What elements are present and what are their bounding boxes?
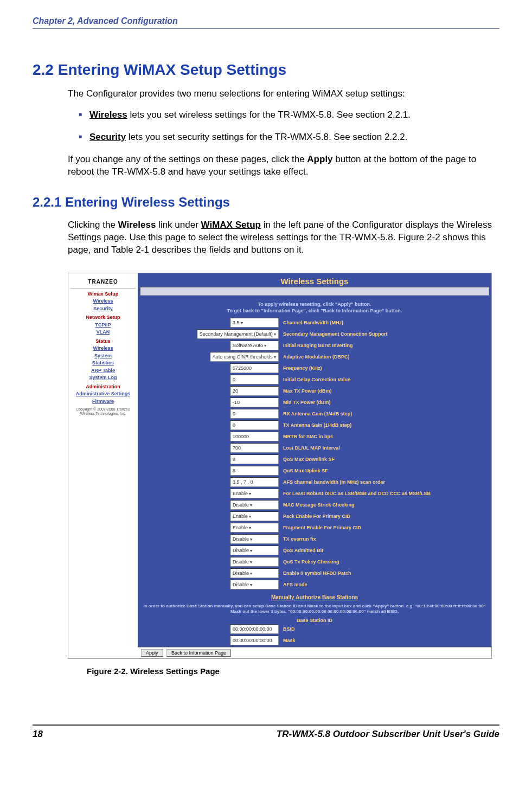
dropdown-field[interactable]: Disable <box>230 500 279 510</box>
back-to-info-button[interactable]: Back to Information Page <box>166 649 231 657</box>
footer-guide-title: TR-WMX-5.8 Outdoor Subscriber Unit User'… <box>277 729 499 740</box>
settings-row: Software AutoInitial Ranging Burst Inver… <box>143 341 486 350</box>
settings-row: DisableMAC Message Strick Checking <box>143 500 486 510</box>
dropdown-field[interactable]: Disable <box>230 534 279 544</box>
bullet-security: Security lets you set security settings … <box>79 131 499 144</box>
dropdown-field[interactable]: Enable <box>230 489 279 498</box>
settings-row: 0TX Antenna Gain (1/4dB step) <box>143 420 486 430</box>
base-station-id-heading: Base Station ID <box>138 617 491 624</box>
auth-note: In order to authorize Base Station manua… <box>138 601 491 617</box>
settings-row: 8QoS Max Uplink SF <box>143 466 486 476</box>
p221-mid1: link under <box>156 220 201 230</box>
text-field[interactable]: 0 <box>230 420 279 430</box>
dropdown-field[interactable]: Disable <box>230 568 279 578</box>
dropdown-field[interactable]: Enable <box>230 523 279 533</box>
sidebar-link[interactable]: Statistics <box>70 360 136 367</box>
settings-label: MRTR for SMC in bps <box>283 434 486 439</box>
settings-label: TX Antenna Gain (1/4dB step) <box>283 422 486 428</box>
settings-label: Lost DL/UL MAP Interval <box>283 445 486 451</box>
text-field[interactable]: 0 <box>230 409 279 419</box>
section-2-2-intro: The Configurator provides two menu selec… <box>68 88 499 100</box>
note-line2: To get back to "Information Page", click… <box>227 308 402 313</box>
screenshot-apply-note: To apply wireless resetting, click "Appl… <box>138 298 491 318</box>
para2-bold: Apply <box>307 154 332 164</box>
sidebar-link[interactable]: TCP/IP <box>70 322 136 329</box>
bullet-security-text: lets you set security settings for the T… <box>126 132 407 142</box>
sidebar-link[interactable]: Security <box>70 305 136 313</box>
screenshot-main: Wireless Settings To apply wireless rese… <box>138 273 491 659</box>
settings-row: 3.5Channel Bandwidth (MHz) <box>143 318 486 328</box>
dropdown-field[interactable]: Secondary Management (Default) <box>197 329 279 339</box>
settings-label: MAC Message Strick Checking <box>283 502 486 508</box>
settings-label: Adaptive Modulation (DBPC) <box>283 354 486 360</box>
bullet-wireless: Wireless lets you set wireless settings … <box>79 109 499 121</box>
running-header: Chapter 2, Advanced Configuration <box>33 16 499 29</box>
dropdown-field[interactable]: 3.5 <box>230 318 279 328</box>
text-field[interactable]: 700 <box>230 443 279 453</box>
settings-row: 700Lost DL/UL MAP Interval <box>143 443 486 453</box>
bullet-wireless-text: lets you set wireless settings for the T… <box>127 110 411 120</box>
bullet-list: Wireless lets you set wireless settings … <box>79 109 499 144</box>
screenshot-toolbar <box>140 287 489 296</box>
bsid-row: 00:00:00:00:00:00BSID <box>143 624 486 634</box>
bsid-field[interactable]: 00:00:00:00:00:00 <box>230 624 279 634</box>
section-2-2-1-heading: 2.2.1 Entering Wireless Settings <box>33 195 499 210</box>
bsid-label: BSID <box>283 626 486 632</box>
sidebar-link[interactable]: Administrative Settings <box>70 390 136 398</box>
settings-label: Max TX Power (dBm) <box>283 388 486 394</box>
settings-label: TX overrun fix <box>283 536 486 542</box>
settings-row: DisableEnable 0 symbol HFDD Patch <box>143 568 486 578</box>
text-field[interactable]: 0 <box>230 375 279 384</box>
bsid-label: Mask <box>283 638 486 643</box>
figure-2-2-caption: Figure 2-2. Wireless Settings Page <box>87 666 499 676</box>
auth-base-stations-heading: Manually Authorize Base Stations <box>138 591 491 601</box>
page-number: 18 <box>33 729 43 740</box>
settings-label: AFS mode <box>283 582 486 587</box>
screenshot-page-title: Wireless Settings <box>138 273 491 287</box>
sidebar-link[interactable]: ARP Table <box>70 367 136 375</box>
text-field[interactable]: 20 <box>230 386 279 396</box>
tranzeo-logo: TRANZEO <box>70 277 136 288</box>
settings-row: 0Initial Delay Correction Value <box>143 375 486 384</box>
text-field[interactable]: 8 <box>230 454 279 464</box>
text-field[interactable]: 100000 <box>230 432 279 441</box>
settings-label: Secondary Management Connection Support <box>283 331 486 337</box>
settings-row: 100000MRTR for SMC in bps <box>143 432 486 441</box>
sidebar-group-head: Network Setup <box>70 314 136 322</box>
settings-label: QoS Tx Policy Checking <box>283 559 486 565</box>
text-field[interactable]: 3.5 , 7 , 0 <box>230 477 279 487</box>
para2-pre: If you change any of the settings on the… <box>68 154 307 164</box>
sidebar-link[interactable]: Wireless <box>70 345 136 352</box>
wireless-settings-screenshot: TRANZEO Wimax SetupWirelessSecurityNetwo… <box>68 273 492 659</box>
text-field[interactable]: 8 <box>230 466 279 476</box>
note-line1: To apply wireless resetting, click "Appl… <box>258 302 371 307</box>
text-field[interactable]: -10 <box>230 398 279 407</box>
bsid-field[interactable]: 00:00:00:00:00:00 <box>230 636 279 645</box>
text-field[interactable]: 5725000 <box>230 363 279 373</box>
sidebar-link[interactable]: VLAN <box>70 329 136 336</box>
dropdown-field[interactable]: Auto using CINR thresholds <box>210 352 279 362</box>
dropdown-field[interactable]: Disable <box>230 580 279 589</box>
dropdown-field[interactable]: Disable <box>230 557 279 567</box>
section-2-2-1-para: Clicking the Wireless link under WiMAX S… <box>68 219 499 257</box>
sidebar-link[interactable]: System <box>70 352 136 360</box>
settings-row: 3.5 , 7 , 0AFS channel bandwidth (in MHz… <box>143 477 486 487</box>
section-2-2-heading: 2.2 Entering WiMAX Setup Settings <box>33 61 499 79</box>
settings-row: EnableFragment Enable For Primary CID <box>143 523 486 533</box>
bsid-row: 00:00:00:00:00:00Mask <box>143 636 486 645</box>
sidebar-copyright: Copyright © 2007-2008 Tranzeo Wireless T… <box>70 407 136 416</box>
settings-label: Initial Delay Correction Value <box>283 377 486 382</box>
dropdown-field[interactable]: Enable <box>230 511 279 521</box>
settings-label: Initial Ranging Burst Inverting <box>283 343 486 348</box>
sidebar-link[interactable]: Firmware <box>70 398 136 406</box>
settings-row: Secondary Management (Default)Secondary … <box>143 329 486 339</box>
dropdown-field[interactable]: Software Auto <box>230 341 279 350</box>
settings-label: Frequency (KHz) <box>283 366 486 371</box>
sidebar-link[interactable]: System Log <box>70 374 136 382</box>
dropdown-field[interactable]: Disable <box>230 546 279 555</box>
sidebar-link[interactable]: Wireless <box>70 298 136 305</box>
apply-button[interactable]: Apply <box>141 649 163 657</box>
bullet-wireless-bold: Wireless <box>89 110 127 120</box>
screenshot-sidebar: TRANZEO Wimax SetupWirelessSecurityNetwo… <box>68 273 138 659</box>
settings-label: Enable 0 symbol HFDD Patch <box>283 570 486 576</box>
